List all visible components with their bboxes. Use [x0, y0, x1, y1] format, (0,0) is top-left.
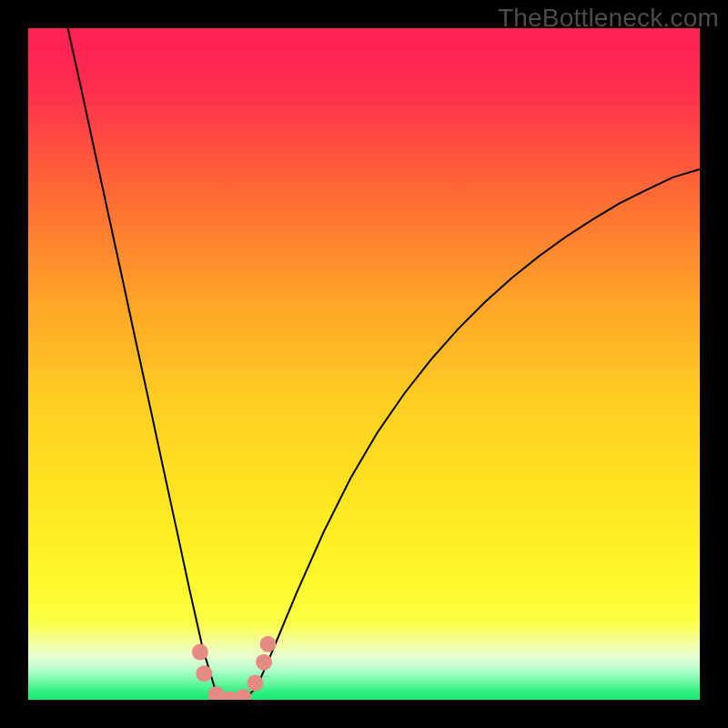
- bottleneck-chart: [28, 28, 700, 700]
- gradient-bg: [28, 28, 700, 700]
- marker-dot: [259, 636, 276, 652]
- marker-dot: [256, 654, 272, 671]
- marker-dot: [247, 675, 263, 692]
- chart-frame: TheBottleneck.com: [0, 0, 728, 728]
- marker-dot: [192, 644, 208, 661]
- marker-dot: [196, 665, 212, 682]
